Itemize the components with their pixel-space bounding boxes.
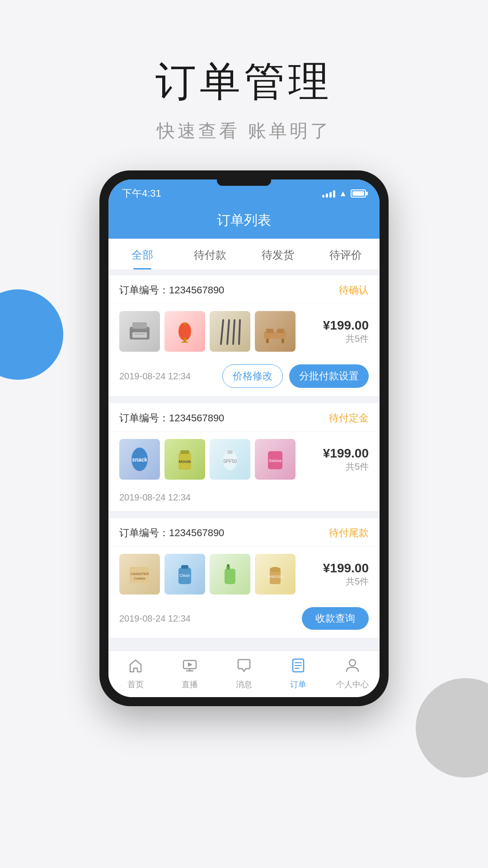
product-thumb-cleaning: Clean (164, 554, 205, 594)
product-thumb-lotion (210, 554, 250, 594)
svg-text:SPF50: SPF50 (223, 459, 237, 464)
bottom-nav: 首页 直播 (108, 651, 380, 697)
nav-label-message: 消息 (236, 679, 252, 690)
signal-icon (322, 189, 335, 198)
svg-rect-16 (282, 339, 284, 343)
nav-item-home[interactable]: 首页 (108, 651, 163, 697)
nav-item-order[interactable]: 订单 (271, 651, 325, 697)
nav-item-message[interactable]: 消息 (217, 651, 271, 697)
svg-rect-35 (227, 564, 230, 567)
product-thumb-furniture (255, 311, 296, 352)
order-card-1: 订单编号：1234567890 待确认 (108, 275, 380, 396)
svg-text:Swisse: Swisse (269, 458, 282, 463)
order-number-2: 订单编号：1234567890 (119, 411, 224, 425)
medicine-svg: Swisse (262, 446, 289, 473)
product-thumb-chopsticks (210, 311, 250, 352)
tab-pending-payment[interactable]: 待付款 (176, 239, 244, 269)
sunscreen-svg: SPF50 (216, 446, 244, 473)
phone-screen: 下午4:31 ▲ 订单列表 (108, 179, 380, 697)
nav-item-profile[interactable]: 个人中心 (325, 651, 380, 697)
payment-query-button[interactable]: 收款查询 (302, 607, 369, 630)
svg-point-47 (349, 660, 356, 666)
nav-label-home: 首页 (127, 679, 144, 690)
svg-rect-3 (134, 334, 145, 335)
order-header-3: 订单编号：1234567890 待付尾款 (108, 518, 380, 547)
svg-rect-13 (266, 329, 273, 333)
lotion-svg (216, 561, 244, 588)
order-price-2: ¥199.00 (319, 446, 369, 461)
hero-title: 订单管理 (0, 54, 488, 109)
wifi-icon: ▲ (339, 189, 347, 198)
product-thumb-sauce: Monde (164, 439, 205, 480)
svg-rect-2 (132, 332, 147, 338)
product-images-3: CANISTER Cookies Clean (119, 554, 314, 594)
svg-rect-1 (132, 322, 147, 329)
svg-line-8 (221, 320, 223, 344)
order-status-1: 待确认 (339, 283, 369, 297)
order-count-1: 共5件 (319, 333, 369, 345)
tab-all[interactable]: 全部 (108, 239, 176, 269)
signal-bar-1 (322, 195, 324, 198)
svg-text:Clean: Clean (179, 573, 190, 578)
chopsticks-svg (216, 318, 244, 345)
signal-bar-3 (329, 192, 332, 198)
orders-list: 订单编号：1234567890 待确认 (108, 270, 380, 651)
lantern-svg (171, 318, 198, 345)
products-row-1: ¥199.00 共5件 (108, 304, 380, 359)
message-icon (236, 657, 252, 677)
cleaning-svg: Clean (171, 561, 198, 588)
batch-payment-button[interactable]: 分批付款设置 (289, 364, 369, 388)
product-thumb-snack: snack (119, 439, 160, 480)
snack-svg: snack (126, 446, 153, 473)
nav-item-live[interactable]: 直播 (163, 651, 217, 697)
svg-point-37 (270, 567, 281, 572)
svg-text:Cookies: Cookies (134, 577, 145, 580)
signal-bar-4 (333, 190, 335, 198)
order-status-2: 待付定金 (329, 411, 369, 425)
hero-subtitle: 快速查看 账单明了 (0, 118, 488, 143)
product-thumb-printer (119, 311, 160, 352)
tab-pending-review[interactable]: 待评价 (312, 239, 380, 269)
svg-rect-20 (180, 450, 189, 454)
product-thumb-lantern (164, 311, 205, 352)
hero-section: 订单管理 快速查看 账单明了 (0, 0, 488, 170)
svg-rect-23 (227, 450, 233, 454)
tab-pending-shipment[interactable]: 待发货 (244, 239, 312, 269)
price-modify-button[interactable]: 价格修改 (222, 364, 283, 388)
product-images-1 (119, 311, 314, 352)
order-price-1: ¥199.00 (319, 318, 369, 333)
order-price-area-2: ¥199.00 共5件 (319, 446, 369, 473)
tabs-bar[interactable]: 全部 待付款 待发货 待评价 (108, 239, 380, 270)
products-row-2: snack Monde (108, 432, 380, 487)
home-icon (127, 657, 144, 677)
order-date-2: 2019-08-24 12:34 (119, 492, 191, 503)
order-price-area-3: ¥199.00 共5件 (319, 561, 369, 588)
svg-marker-40 (188, 662, 192, 667)
order-price-3: ¥199.00 (319, 561, 369, 576)
furniture-svg (262, 318, 289, 345)
cosmetic-svg: ANESSA (262, 561, 289, 588)
order-date-3: 2019-08-24 12:34 (119, 613, 191, 624)
product-thumb-sunscreen: SPF50 (210, 439, 250, 480)
order-number-3: 订单编号：1234567890 (119, 526, 224, 540)
order-footer-3: 2019-08-24 12:34 收款查询 (108, 602, 380, 638)
svg-rect-31 (181, 565, 188, 569)
svg-line-10 (233, 320, 235, 344)
order-card-2: 订单编号：1234567890 待付定金 snack (108, 403, 380, 511)
svg-rect-14 (277, 329, 284, 333)
product-thumb-biscuit: CANISTER Cookies (119, 554, 160, 594)
product-images-2: snack Monde (119, 439, 314, 480)
svg-rect-6 (183, 338, 186, 342)
order-actions-1: 价格修改 分批付款设置 (222, 364, 369, 388)
svg-text:ANESSA: ANESSA (268, 575, 283, 579)
svg-rect-33 (225, 569, 235, 584)
phone-notch (217, 179, 271, 186)
order-icon (290, 657, 306, 677)
order-header-2: 订单编号：1234567890 待付定金 (108, 403, 380, 432)
order-actions-3: 收款查询 (302, 607, 369, 630)
phone-wrapper: 下午4:31 ▲ 订单列表 (0, 170, 488, 706)
svg-text:CANISTER: CANISTER (131, 572, 149, 576)
svg-line-11 (239, 320, 240, 344)
svg-rect-5 (183, 322, 186, 325)
battery-icon (351, 189, 366, 198)
